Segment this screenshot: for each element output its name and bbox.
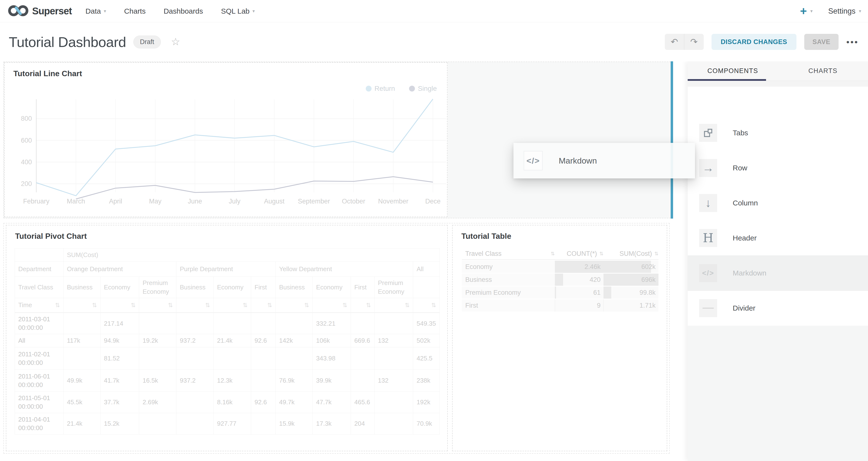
component-icon-box <box>699 299 717 317</box>
page-title[interactable]: Tutorial Dashboard <box>9 34 126 50</box>
nav-item-charts[interactable]: Charts <box>124 7 146 16</box>
pivot-value-cell: 465.6 <box>351 392 374 413</box>
pivot-value-cell <box>351 313 374 334</box>
pivot-sort-cell[interactable]: ⇅ <box>100 298 139 313</box>
sort-icon[interactable]: ⇅ <box>55 302 60 309</box>
pivot-group-header: Orange Department <box>63 262 177 277</box>
pivot-empty-header <box>413 277 440 298</box>
sidebar-item-column[interactable]: ↓Column <box>688 185 868 221</box>
svg-text:October: October <box>342 197 365 205</box>
sort-icon[interactable]: ⇅ <box>131 302 135 309</box>
pivot-chart-title: Tutorial Pivot Chart <box>15 232 87 241</box>
pivot-value-cell <box>276 313 313 334</box>
nav-item-sql-lab[interactable]: SQL Lab▾ <box>221 7 255 16</box>
legend-item-single[interactable]: Single <box>409 85 437 92</box>
pivot-value-cell <box>63 347 100 370</box>
sort-icon[interactable]: ⇅ <box>267 302 272 309</box>
sort-icon[interactable]: ⇅ <box>431 302 436 309</box>
undo-button[interactable]: ↶ <box>665 34 684 50</box>
redo-button[interactable]: ↷ <box>684 34 704 50</box>
new-item-button[interactable]: + ▾ <box>800 5 813 17</box>
dashboard-header: Tutorial Dashboard Draft ☆ ↶ ↷ DISCARD C… <box>0 22 868 61</box>
pivot-sort-cell[interactable]: Time⇅ <box>15 298 63 313</box>
pivot-sort-cell[interactable]: ⇅ <box>351 298 374 313</box>
nav-item-data[interactable]: Data▾ <box>85 7 106 16</box>
sidebar-item-markdown: </>Markdown <box>688 255 868 291</box>
more-menu-button[interactable]: ••• <box>846 37 859 47</box>
pivot-value-cell: 142k <box>276 334 313 347</box>
sidebar-divider-strip <box>688 81 868 87</box>
column-header-count[interactable]: COUNT(*)⇅ <box>555 250 603 257</box>
nav-item-label: Dashboards <box>163 7 203 16</box>
legend-item-return[interactable]: Return <box>366 85 395 92</box>
save-button[interactable]: SAVE <box>804 34 839 50</box>
pivot-sort-cell[interactable]: ⇅ <box>276 298 313 313</box>
pivot-rowdim-header: Travel Class <box>15 277 63 298</box>
pivot-chart-card[interactable]: Tutorial Pivot Chart SUM(Cost)Department… <box>6 225 448 451</box>
sidebar-item-label: Row <box>733 164 747 172</box>
pivot-class-header: Economy <box>100 277 139 298</box>
component-icon-box: ↓ <box>699 194 717 212</box>
column-header-sum[interactable]: SUM(Cost)⇅ <box>603 250 658 257</box>
discard-changes-button[interactable]: DISCARD CHANGES <box>712 34 797 50</box>
table-row[interactable]: Business420696k <box>462 274 658 286</box>
nav-item-dashboards[interactable]: Dashboards <box>163 7 203 16</box>
pivot-value-cell <box>177 347 214 370</box>
table-card[interactable]: Tutorial Table Travel Class⇅COUNT(*)⇅SUM… <box>452 225 667 451</box>
markdown-icon-box: </> <box>524 151 542 171</box>
sidebar-item-divider[interactable]: Divider <box>688 290 868 326</box>
dragged-markdown-card[interactable]: </> Markdown <box>514 143 695 178</box>
tab-components[interactable]: COMPONENTS <box>688 61 778 81</box>
sort-icon[interactable]: ⇅ <box>342 302 347 309</box>
table-row[interactable]: Economy2.46k602k <box>462 261 658 273</box>
pivot-value-cell <box>251 347 276 370</box>
sort-icon[interactable]: ⇅ <box>551 251 555 256</box>
svg-text:200: 200 <box>21 180 32 187</box>
sort-icon[interactable]: ⇅ <box>205 302 210 309</box>
svg-text:February: February <box>23 197 50 205</box>
settings-menu[interactable]: Settings ▾ <box>828 7 861 16</box>
pivot-value-cell <box>214 313 251 334</box>
sort-icon[interactable]: ⇅ <box>599 251 603 256</box>
table-row[interactable]: First91.71k <box>462 299 658 312</box>
pivot-sort-cell[interactable]: ⇅ <box>313 298 351 313</box>
sort-icon[interactable]: ⇅ <box>405 302 409 309</box>
table-cell-count: 61 <box>555 286 603 299</box>
sort-icon[interactable]: ⇅ <box>92 302 97 309</box>
sort-icon[interactable]: ⇅ <box>243 302 247 309</box>
column-header-label: SUM(Cost) <box>620 250 652 257</box>
pivot-sort-cell[interactable]: ⇅ <box>214 298 251 313</box>
pivot-value-cell: 192k <box>413 392 440 413</box>
sort-icon[interactable]: ⇅ <box>654 251 658 256</box>
pivot-value-cell: 45.5k <box>63 392 100 413</box>
sidebar-item-header[interactable]: HHeader <box>688 220 868 256</box>
svg-text:Dece: Dece <box>425 197 440 205</box>
line-chart-card[interactable]: 200400600800FebruaryMarchAprilMayJuneJul… <box>4 62 447 217</box>
tabs-icon <box>703 127 713 138</box>
favorite-star-icon[interactable]: ☆ <box>171 37 180 47</box>
sort-icon[interactable]: ⇅ <box>366 302 371 309</box>
tab-charts[interactable]: CHARTS <box>778 61 868 81</box>
pivot-sort-cell[interactable]: ⇅ <box>63 298 100 313</box>
column-header-travel-class[interactable]: Travel Class⇅ <box>462 250 555 257</box>
pivot-sort-cell[interactable]: ⇅ <box>413 298 440 313</box>
superset-logo[interactable]: Superset <box>8 4 72 19</box>
chevron-down-icon: ▾ <box>810 8 813 14</box>
pivot-sort-cell[interactable]: ⇅ <box>177 298 214 313</box>
pivot-metric-header: SUM(Cost) <box>63 248 440 262</box>
pivot-value-cell: 17.3k <box>313 413 351 434</box>
sort-icon[interactable]: ⇅ <box>304 302 309 309</box>
pivot-sort-cell[interactable]: ⇅ <box>139 298 177 313</box>
sort-icon[interactable]: ⇅ <box>168 302 173 309</box>
svg-text:November: November <box>378 197 409 205</box>
pivot-value-cell <box>251 413 276 434</box>
pivot-sort-cell[interactable]: ⇅ <box>251 298 276 313</box>
pivot-class-header: Business <box>63 277 100 298</box>
sidebar-item-row[interactable]: →Row <box>688 150 868 186</box>
column-header-label: Travel Class <box>465 250 501 257</box>
pivot-sort-cell[interactable]: ⇅ <box>374 298 413 313</box>
header-icon: H <box>703 232 713 244</box>
table-row[interactable]: Premium Economy6199.8k <box>462 286 658 299</box>
pivot-value-cell: 76.9k <box>276 370 313 392</box>
sidebar-item-tabs[interactable]: Tabs <box>688 115 868 151</box>
